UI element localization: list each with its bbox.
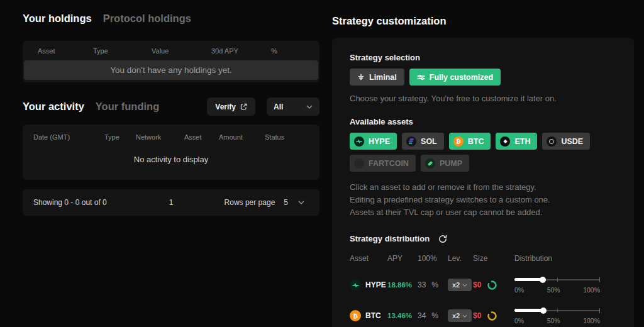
slider-label-100: 100% [583, 286, 600, 294]
col-size: Size [473, 254, 514, 263]
refresh-icon [438, 235, 447, 243]
sliders-icon [417, 74, 425, 81]
col-type: Type [93, 47, 152, 55]
hype-coin-icon [354, 136, 364, 147]
activity-table: Date (GMT) Type Network Asset Amount Sta… [23, 125, 319, 180]
slider-handle[interactable] [540, 277, 546, 283]
strategy-option-fully-customized[interactable]: Fully customized [409, 69, 501, 86]
capacity-ring-icon [487, 311, 497, 321]
strategy-customization-title: Strategy customization [332, 15, 447, 27]
col-30d-apy: 30d APY [211, 47, 271, 55]
strategy-option-row: Liminal Fully customized [350, 69, 616, 86]
allocation-input[interactable]: 34 [418, 311, 426, 320]
holdings-empty-state: You don't have any holdings yet. [24, 60, 318, 80]
asset-chip-label: HYPE [369, 137, 390, 146]
col-apy: APY [387, 254, 418, 263]
refresh-distribution-button[interactable] [438, 235, 447, 243]
slider-label-0: 0% [514, 317, 524, 324]
strategy-option-label: Fully customized [430, 73, 493, 82]
asset-chip-fartcoin[interactable]: FARTCOIN [350, 155, 416, 172]
asset-chip-hype[interactable]: HYPE [350, 133, 397, 150]
activity-filter-value: All [274, 103, 283, 111]
asset-chip-label: USDE [561, 137, 583, 146]
col-date-gmt: Date (GMT) [33, 133, 104, 141]
tab-protocol-holdings[interactable]: Protocol holdings [103, 13, 191, 25]
distribution-slider[interactable] [514, 307, 600, 314]
verify-button-label: Verify [215, 103, 236, 111]
strategy-distribution-label: Strategy distribution [350, 234, 430, 243]
asset-name: HYPE [365, 280, 386, 289]
col-asset: Asset [350, 254, 387, 263]
slider-label-50: 50% [547, 317, 560, 324]
col-asset: Asset [184, 133, 219, 141]
chevron-down-icon [462, 314, 467, 318]
asset-hints: Click an asset to add or remove it from … [350, 181, 616, 219]
size-value: $0 [473, 311, 481, 320]
distribution-row-hype: HYPE 18.86% 33 % x2 $0 0% 50% [350, 276, 616, 294]
external-link-icon [240, 103, 247, 110]
asset-chip-sol[interactable]: SOL [402, 133, 444, 150]
col-100-percent: 100% [418, 254, 448, 263]
allocation-unit: % [431, 311, 438, 320]
fartcoin-coin-icon [354, 158, 364, 169]
eth-coin-icon: ◆ [500, 136, 510, 147]
capacity-ring-icon [487, 280, 497, 291]
slider-handle[interactable] [540, 308, 547, 314]
landing-arrow-icon [357, 74, 365, 81]
leverage-select[interactable]: x2 [448, 309, 472, 322]
asset-chip-eth[interactable]: ◆ ETH [496, 133, 537, 150]
holdings-table-header: Asset Type Value 30d APY % [24, 41, 318, 60]
btc-coin-icon: ₿ [350, 310, 361, 321]
btc-coin-icon: ₿ [453, 136, 464, 147]
activity-tabs: Your activity Your funding [23, 101, 159, 113]
asset-chip-label: PUMP [440, 159, 462, 168]
strategy-option-label: Liminal [369, 73, 397, 82]
leverage-value: x2 [452, 312, 460, 319]
apy-value: 18.86% [387, 281, 418, 289]
slider-label-50: 50% [547, 286, 560, 294]
sol-coin-icon [406, 136, 416, 147]
rows-per-page-select[interactable]: Rows per page 5 [225, 198, 304, 207]
asset-hint-line: Editing a predefined strategy switches t… [350, 194, 616, 206]
distribution-slider[interactable] [514, 276, 600, 283]
activity-filter-select[interactable]: All [267, 97, 319, 116]
col-type: Type [104, 133, 136, 141]
asset-chip-label: FARTCOIN [369, 159, 409, 168]
strategy-selection-label: Strategy selection [350, 53, 616, 62]
slider-label-100: 100% [583, 317, 600, 324]
verify-button[interactable]: Verify [207, 97, 255, 116]
holdings-tabs: Your holdings Protocol holdings [23, 13, 319, 25]
asset-chip-pump[interactable]: PUMP [421, 155, 469, 172]
col-leverage: Lev. [448, 254, 473, 263]
tab-your-activity[interactable]: Your activity [23, 101, 84, 113]
distribution-row-btc: ₿ BTC 13.46% 34 % x2 $0 0% [350, 307, 616, 324]
asset-hint-line: Assets at their TVL cap or user cap cann… [350, 206, 616, 219]
strategy-customization-card: Strategy selection Liminal Fully customi… [332, 38, 634, 327]
tab-your-funding[interactable]: Your funding [96, 101, 159, 113]
hype-coin-icon [350, 279, 361, 291]
asset-chip-label: SOL [421, 137, 437, 146]
col-value: Value [152, 47, 211, 55]
chevron-down-icon [462, 284, 467, 287]
tab-your-holdings[interactable]: Your holdings [23, 13, 92, 25]
asset-chip-btc[interactable]: ₿ BTC [449, 133, 491, 150]
col-distribution: Distribution [514, 254, 616, 263]
slider-labels: 0% 50% 100% [514, 317, 600, 324]
asset-name: BTC [365, 311, 381, 320]
asset-chip-label: BTC [468, 137, 484, 146]
col-network: Network [136, 133, 184, 141]
asset-chip-usde[interactable]: USDE [542, 133, 590, 150]
col-percent: % [271, 47, 318, 55]
allocation-unit: % [431, 280, 438, 289]
activity-empty-state: No activity to display [23, 155, 319, 164]
apy-value: 13.46% [387, 312, 418, 319]
strategy-option-liminal[interactable]: Liminal [350, 69, 404, 86]
allocation-input[interactable]: 33 [418, 280, 426, 289]
leverage-select[interactable]: x2 [448, 279, 472, 291]
holdings-table: Asset Type Value 30d APY % You don't hav… [23, 41, 319, 82]
left-column: Your holdings Protocol holdings Asset Ty… [23, 13, 319, 216]
pump-coin-icon [425, 158, 435, 169]
slider-label-0: 0% [514, 286, 524, 294]
col-status: Status [265, 133, 319, 141]
asset-chip-label: ETH [514, 137, 530, 146]
